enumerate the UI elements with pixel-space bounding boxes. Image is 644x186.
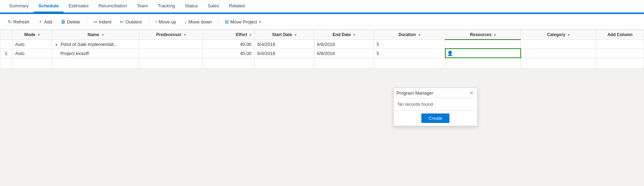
col-effort[interactable]: Effort ▾	[203, 30, 255, 40]
tab-related[interactable]: Related	[224, 0, 250, 13]
col-startdate-sort-icon: ▾	[295, 33, 296, 37]
empty-row-duration	[374, 58, 445, 68]
col-name-sort-icon: ▾	[102, 33, 104, 37]
empty-row-enddate	[314, 58, 374, 68]
row-1-enddate: 6/8/2018	[314, 49, 374, 58]
table-row-empty	[0, 58, 644, 68]
delete-button[interactable]: 🗑 Delete	[57, 17, 84, 26]
toolbar-separator-3	[218, 18, 218, 25]
tab-estimates[interactable]: Estimates	[64, 0, 93, 13]
empty-row-num	[0, 58, 12, 68]
move-project-icon: ⊞	[225, 19, 229, 25]
refresh-button[interactable]: ↻ Refresh	[4, 17, 33, 26]
dropdown-footer: Create	[394, 110, 477, 126]
toolbar: ↻ Refresh ＋ Add 🗑 Delete ⇒ Indent ⇐ Outd…	[0, 14, 644, 30]
add-icon: ＋	[38, 19, 43, 25]
outdent-icon: ⇐	[120, 19, 124, 25]
col-effort-sort-icon: ▾	[250, 33, 251, 37]
col-category-sort-icon: ▾	[568, 33, 570, 37]
toolbar-separator-2	[148, 18, 149, 25]
dropdown-create-button[interactable]: Create	[421, 113, 449, 123]
dropdown-search-row: ✕	[394, 88, 477, 98]
row-0-predecessor	[139, 40, 203, 49]
col-name[interactable]: Name ▾	[52, 30, 139, 40]
tab-tracking[interactable]: Tracking	[153, 0, 180, 13]
row-1-num: 1	[0, 49, 12, 58]
row-0-name: Point of Sale implementati...	[52, 40, 139, 49]
move-down-button[interactable]: ↓ Move down	[181, 17, 215, 26]
row-0-mode: Auto	[12, 40, 52, 49]
empty-row-category	[521, 58, 596, 68]
row-0-effort: 40.00	[203, 40, 255, 49]
row-1-mode: Auto	[12, 49, 52, 58]
col-duration-sort-icon: ▾	[419, 33, 420, 37]
row-1-category	[521, 49, 596, 58]
col-mode[interactable]: Mode ▾	[12, 30, 52, 40]
move-down-icon: ↓	[185, 19, 187, 25]
tab-summary[interactable]: Summary	[4, 0, 34, 13]
empty-row-resources	[445, 58, 521, 68]
tab-reconciliation[interactable]: Reconciliation	[94, 0, 132, 13]
col-predecessor[interactable]: Predecessor ▾	[139, 30, 203, 40]
empty-row-name	[52, 58, 139, 68]
move-project-chevron-icon: ▾	[259, 20, 261, 24]
col-resources-sort-icon: ▾	[494, 33, 496, 37]
dropdown-clear-button[interactable]: ✕	[469, 90, 474, 96]
row-0-resources[interactable]	[445, 40, 521, 49]
indent-button[interactable]: ⇒ Indent	[90, 17, 115, 26]
nav-tabs: Summary Schedule Estimates Reconciliatio…	[0, 0, 644, 13]
col-add-column[interactable]: Add Column	[596, 30, 644, 40]
row-0-duration: 5	[374, 40, 445, 49]
empty-row-effort	[203, 58, 255, 68]
empty-row-mode	[12, 58, 52, 68]
move-up-button[interactable]: ↑ Move up	[151, 17, 180, 26]
col-duration[interactable]: Duration ▾	[374, 30, 445, 40]
table-row: Auto Point of Sale implementati... 40.00…	[0, 40, 644, 49]
col-enddate[interactable]: End Date ▾	[314, 30, 374, 40]
col-startdate[interactable]: Start Date ▾	[255, 30, 314, 40]
row-0-category	[521, 40, 596, 49]
row-0-num	[0, 40, 12, 49]
add-button[interactable]: ＋ Add	[34, 17, 56, 27]
resources-dropdown: ✕ No records found Create	[393, 88, 478, 126]
outdent-button[interactable]: ⇐ Outdent	[116, 17, 145, 26]
row-1-addcol	[596, 49, 644, 58]
dropdown-no-records: No records found	[394, 98, 477, 110]
empty-row-startdate	[255, 58, 314, 68]
col-category[interactable]: Category ▾	[521, 30, 596, 40]
refresh-icon: ↻	[8, 19, 12, 25]
row-1-name: Project kickoff	[52, 49, 139, 58]
row-0-addcol	[596, 40, 644, 49]
delete-icon: 🗑	[61, 19, 66, 25]
col-predecessor-sort-icon: ▾	[184, 33, 186, 37]
indent-icon: ⇒	[93, 19, 97, 25]
row-0-startdate: 6/4/2018	[255, 40, 314, 49]
table-row: 1 Auto Project kickoff 40.00 6/4/2018	[0, 49, 644, 58]
col-enddate-sort-icon: ▾	[353, 33, 355, 37]
move-up-icon: ↑	[155, 19, 157, 25]
tab-status[interactable]: Status	[180, 0, 203, 13]
person-icon: 👤	[447, 50, 453, 56]
row-0-enddate: 6/8/2018	[314, 40, 374, 49]
col-resources[interactable]: Resources ▾	[445, 30, 521, 40]
row-1-startdate: 6/4/2018	[255, 49, 314, 58]
resources-input-wrapper: 👤	[447, 50, 519, 56]
page-wrapper: Summary Schedule Estimates Reconciliatio…	[0, 0, 644, 186]
col-rownum	[0, 30, 12, 40]
row-1-effort: 40.00	[203, 49, 255, 58]
dropdown-search-input[interactable]	[396, 90, 469, 96]
grid-area: Mode ▾ Name ▾ Predecessor ▾ Effort ▾	[0, 30, 644, 186]
col-mode-sort-icon: ▾	[38, 33, 40, 37]
row-1-resources-active[interactable]: 👤	[445, 49, 521, 58]
row-1-predecessor	[139, 49, 203, 58]
empty-row-predecessor	[139, 58, 203, 68]
schedule-table: Mode ▾ Name ▾ Predecessor ▾ Effort ▾	[0, 30, 644, 69]
tab-schedule[interactable]: Schedule	[34, 0, 64, 13]
empty-row-addcol	[596, 58, 644, 68]
toolbar-separator-1	[86, 18, 87, 25]
row-1-duration: 5	[374, 49, 445, 58]
tab-team[interactable]: Team	[132, 0, 153, 13]
move-project-button[interactable]: ⊞ Move Project ▾	[221, 17, 264, 26]
tab-sales[interactable]: Sales	[203, 0, 224, 13]
row-0-expand-icon[interactable]	[55, 42, 59, 47]
